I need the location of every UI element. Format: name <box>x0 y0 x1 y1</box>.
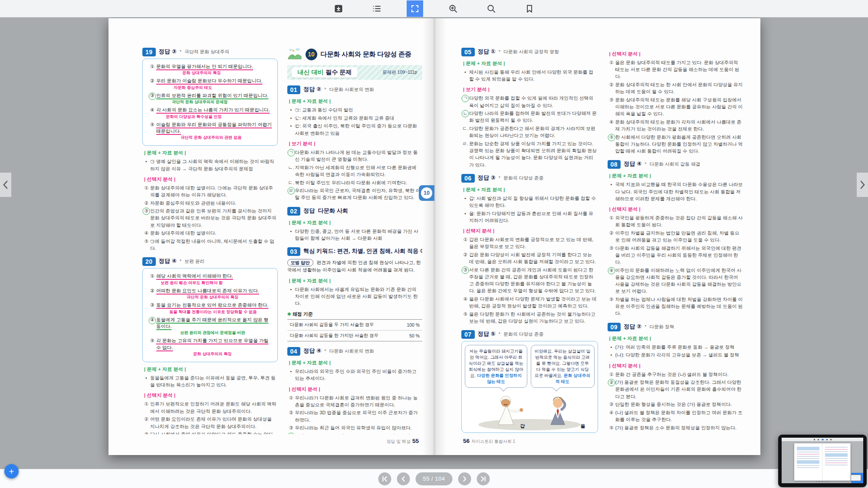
choice-marker: ⑤ <box>148 121 156 142</box>
item-marker: ③ <box>142 431 150 434</box>
next-page-button[interactable] <box>458 472 471 485</box>
question-number-badge: 20 <box>142 257 156 266</box>
item-text: 이주민의 문화를 이해하려는 노력 없이 이주민에게 한국어 사용을 강요하면 … <box>615 267 744 295</box>
analysis-item: ④을은 다문화 사회에서 다양한 문제가 발생할 것이라고 보는 데 반해, 갑… <box>461 295 598 309</box>
analysis-item: ①우리나라가 다문화 사회로 급격히 변화된 원인 중 하나는 농촌을 중심으로… <box>287 394 423 408</box>
choice-item: ②우리 문화가 이슬람 문화보다 우수하기 때문입니다.자문화 중심주의 태도 <box>148 78 272 91</box>
zoom-in-icon[interactable] <box>445 0 461 17</box>
item-marker: ⑤ <box>608 424 615 431</box>
choice-item: ④각 사회의 문화 요소는 나름의 가치가 있기 때문입니다.문화의 다양성과 … <box>148 107 272 120</box>
right-page-footer: 56자이스토리 통합사회 1 <box>461 438 515 445</box>
analysis-item: •다문화 사회에서는 새롭게 유입되는 문화와 기존 문화 간의 차이로 인해 … <box>287 286 423 307</box>
answer-label: 정답 ④ <box>303 347 321 355</box>
item-marker: ㄷ. <box>287 179 295 186</box>
analysis-item: •동물들에게 고통을 준다는 이유에서 동물 공연, 투우, 투견 등을 반대하… <box>142 374 278 388</box>
item-text: 어떤 문화 요인이라도 존재 이유가 있다며 문화의 상대성을 지나치게 강조하… <box>150 416 278 429</box>
item-text: 을: 문화가 다양해지면 갈등과 혼란으로 인해 사회 질서를 유지하기 어려워… <box>469 210 598 224</box>
analysis-item: •(나): 다양한 문화가 각각의 고유성을 보존 → 샐러드 볼 정책 <box>608 351 744 358</box>
correct-choice-marker: ㄹ <box>287 187 295 201</box>
item-text: 을은 다양한 문화가 한 사회에서 공존하는 것이 불가능하다고 보는 데 반해… <box>469 311 598 324</box>
list-icon[interactable] <box>368 0 385 17</box>
banner-page-reference: 문제편 109~111p <box>382 69 417 75</box>
topic-star: * <box>499 331 500 337</box>
answer-label: 정답 ① <box>478 48 496 56</box>
item-marker: ③ <box>608 96 615 118</box>
choice-annotation: 문화 상대주의의 특징 <box>182 70 272 75</box>
question-number-badge: 04 <box>287 347 301 356</box>
section-label: | 선택지 분석 | <box>144 392 278 399</box>
item-marker: ③ <box>608 401 615 408</box>
analysis-item: ①문화 상대주의에 대한 설명이다. ㉠에는 극단적 문화 상대주의를 경계해야… <box>142 184 278 198</box>
choices-box: ①해당 사회의 맥락에서 이해해야 한다.보편 윤리 훼손 여부도 확인해야 함… <box>142 268 278 362</box>
analysis-item: ④문화 상대주의적 태도는 문화가 각자의 사회에서 나름대로 존재 가치가 있… <box>608 118 744 132</box>
item-marker: • <box>608 344 615 350</box>
item-text: 자문화 중심주의 태도와 관련된 내용이다. <box>150 200 278 206</box>
criteria-cell: 다문화 사회의 갈등을 한 가지만 서술한 경우 <box>287 331 399 341</box>
search-icon[interactable] <box>483 0 500 17</box>
score-cell: 50 % <box>399 331 422 341</box>
chapter-header: 10다문화 사회와 문화 다양성 존중 <box>287 48 423 61</box>
topic-star: * <box>180 259 181 264</box>
next-page-edge-arrow[interactable] <box>857 173 868 197</box>
download-icon[interactable] <box>330 0 347 17</box>
bookmark-icon[interactable] <box>521 0 538 17</box>
section-label: | 보기 분석 | <box>463 86 598 93</box>
section-label: | 문제 + 자료 분석 | <box>463 187 598 193</box>
bottom-bar: 55 / 104 <box>0 469 868 488</box>
question-number-badge: 09 <box>608 323 621 331</box>
add-button[interactable]: + <box>4 464 19 478</box>
section-label: | 선택지 분석 | <box>609 363 744 369</box>
item-text: 지역화가 아닌 세계화의 진행으로 인해 서로 다른 문화권에 속한 사람들의 … <box>295 164 423 178</box>
mini-page <box>794 443 822 481</box>
correct-choice-marker: ④ <box>608 267 615 295</box>
figure-label-gap: 갑 <box>520 423 525 429</box>
topic-label: 보편 윤리 <box>184 259 204 265</box>
section-label: | 문제 + 자료 분석 | <box>144 150 278 156</box>
item-text: 다양한 나라의 문화를 접하며 문화 발전의 토대가 다양해져 문화 발전의 원… <box>469 110 598 124</box>
right-page-column-1: 05정답 ①*다문화 사회의 긍정적 영향| 문제 + 자료 분석 |•제시된 … <box>461 47 598 434</box>
last-page-button[interactable] <box>477 472 490 485</box>
correct-choice-marker: ㄱ <box>287 149 295 163</box>
choice-annotation: 보편 윤리의 관점에서 문제점을 비판 <box>180 330 272 335</box>
left-page-column-2: 10다문화 사회와 문화 다양성 존중내신 대비필수 문제문제편 109~111… <box>287 47 423 434</box>
question-header: 08정답 ④*다문화 사회의 갈등 해결 <box>608 160 744 169</box>
chapter-icon <box>287 48 302 61</box>
mini-preview-window[interactable] <box>778 435 867 487</box>
analysis-item: •을: 문화가 다양해지면 갈등과 혼란으로 인해 사회 질서를 유지하기 어려… <box>461 210 598 224</box>
analysis-item: ②갑은 문화 다양성이 사회 발전에 긍정적 기여를 한다고 보는 데 반해, … <box>461 251 598 265</box>
footer-page-number: 55 <box>412 438 419 444</box>
mini-page-spread <box>794 443 851 481</box>
item-marker: ② <box>608 229 615 243</box>
choice-text: 어떠한 문화 요인도 나름대로의 존재 이유가 있다. <box>156 288 272 294</box>
analysis-item: ㄴ다양한 나라의 문화를 접하며 문화 발전의 토대가 다양해져 문화 발전의 … <box>461 110 598 124</box>
previous-page-button[interactable] <box>397 472 410 485</box>
choice-annotation: 문화 상대주의의 특징 <box>193 351 272 357</box>
topic-label: 다문화 정책 <box>650 324 674 330</box>
section-label: | 문제 + 자료 분석 | <box>609 335 744 342</box>
item-text: 외국인을 평등하게 존중하는 것은 집단 간의 갈등을 해소해 사회 통합에 도… <box>615 214 744 228</box>
model-answer: 모범 답안 편견과 차별에 의한 인권 침해 현상이 나타나고, 한국에서 생활… <box>287 259 423 274</box>
cartoon-scene <box>462 390 598 432</box>
section-label: | 선택지 분석 | <box>609 206 744 213</box>
topic-star: * <box>180 49 181 54</box>
correct-choice-marker: ④ <box>287 432 295 434</box>
choices-box: ①문화의 우열을 평가해서는 안 되기 때문입니다.문화 상대주의의 특징②우리… <box>142 59 278 146</box>
prev-page-edge-arrow[interactable] <box>0 173 11 197</box>
item-marker: • <box>287 122 295 136</box>
item-marker: ② <box>608 81 615 95</box>
item-text: 국제 지표와 비교했을 때 한국의 다문화 수용성은 다른 나라보다 낮다. 외… <box>615 181 744 202</box>
unit-tab[interactable]: 10 <box>419 185 434 201</box>
topic-star: * <box>324 87 326 92</box>
topic-label: 다문화 사회의 긍정적 영향 <box>503 49 559 55</box>
correct-choice-marker: ③ <box>142 207 150 229</box>
first-page-button[interactable] <box>378 472 391 485</box>
item-marker: • <box>287 115 295 121</box>
page-indicator[interactable]: 55 / 104 <box>416 472 453 485</box>
fullscreen-icon[interactable] <box>407 0 423 17</box>
correct-choice-marker: ㄱ <box>461 95 469 108</box>
score-cell: 100 % <box>399 320 422 331</box>
item-text: 이주민 차별을 금지하는 법안을 만들면 권리 침해, 차별 등으로 인해 어려… <box>615 229 744 243</box>
choice-text: 해당 사회의 맥락에서 이해해야 한다. <box>156 273 272 279</box>
question-number-badge: 03 <box>287 247 301 256</box>
item-marker: ④ <box>142 229 150 236</box>
